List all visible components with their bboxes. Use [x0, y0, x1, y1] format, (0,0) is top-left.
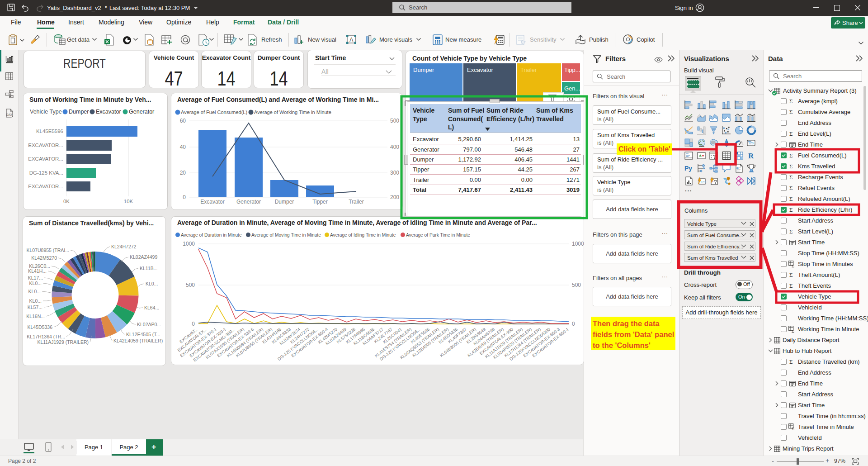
svg-text:KL45D5336: KL45D5336: [28, 324, 53, 330]
svg-text:Generator: Generator: [129, 109, 154, 115]
svg-text:0: 0: [572, 321, 575, 327]
svg-text:R: R: [748, 152, 754, 160]
svg-text:KL02AZ4499: KL02AZ4499: [130, 254, 157, 260]
svg-text:Σ: Σ: [792, 329, 794, 333]
svg-text:KL17...: KL17...: [28, 275, 43, 281]
svg-text:KL64...: KL64...: [144, 305, 159, 310]
svg-text:KL57...: KL57...: [28, 304, 42, 310]
svg-text:KL0...: KL0...: [146, 281, 158, 286]
svg-text:KL07U8955 (TRAI...: KL07U8955 (TRAI...: [26, 247, 69, 253]
svg-text:500: 500: [572, 282, 581, 288]
svg-text:1000: 1000: [572, 241, 584, 247]
svg-text:KL24H7272: KL24H7272: [111, 244, 137, 249]
svg-text:123: 123: [748, 142, 754, 145]
svg-text:Trailer: Trailer: [349, 199, 364, 205]
svg-text:Average of Moving Time in Minu: Average of Moving Time in Minute: [251, 233, 321, 238]
svg-text:KL42E4059 (TRAILER): KL42E4059 (TRAILER): [113, 338, 163, 343]
svg-text:20: 20: [180, 170, 186, 176]
svg-text:EXCAVATOR...: EXCAVATOR...: [28, 156, 63, 162]
svg-text:10K: 10K: [124, 199, 133, 204]
svg-text:KL11AJ1929 (TRAILER): KL11AJ1929 (TRAILER): [37, 339, 89, 345]
svg-text:123: 123: [700, 180, 707, 184]
svg-text:60: 60: [180, 118, 186, 124]
svg-text:KL16N...: KL16N...: [26, 314, 45, 319]
svg-text:200: 200: [390, 194, 399, 200]
svg-text:Py: Py: [684, 165, 692, 172]
svg-text:A: A: [349, 37, 353, 43]
svg-text:KL45E5596: KL45E5596: [36, 128, 63, 134]
svg-text:300: 300: [390, 170, 399, 176]
svg-text:KL11B...: KL11B...: [140, 266, 158, 271]
svg-text:KL41H...: KL41H...: [28, 268, 47, 274]
svg-text:Tipper: Tipper: [312, 199, 328, 205]
svg-text:KL0...: KL0...: [28, 289, 41, 294]
svg-text:Excavator: Excavator: [96, 109, 121, 115]
svg-text:EXCAVATOR...: EXCAVATOR...: [28, 143, 63, 148]
svg-text:Average of Fuel Consumed(L): Average of Fuel Consumed(L): [181, 109, 247, 115]
svg-text:Dumper: Dumper: [69, 109, 89, 115]
svg-text:KL02AP0...: KL02AP0...: [137, 322, 161, 327]
svg-text:DG-125 KVA...: DG-125 KVA...: [29, 170, 63, 176]
svg-text:Σ: Σ: [792, 427, 794, 431]
svg-text:Generator: Generator: [236, 199, 261, 205]
svg-text:KL17H1364 (TR...: KL17H1364 (TR...: [27, 334, 65, 339]
svg-text:Dumper: Dumper: [275, 199, 294, 205]
svg-text:Excavator: Excavator: [200, 199, 224, 205]
svg-text:DAX: DAX: [6, 113, 13, 116]
svg-text:Average of Idling Time in Minu: Average of Idling Time in Minute: [330, 233, 396, 238]
svg-text:Σ: Σ: [792, 264, 794, 268]
svg-text:Average of Park Time in Minute: Average of Park Time in Minute: [406, 233, 470, 238]
svg-text:Average of Duration in Minute: Average of Duration in Minute: [181, 233, 242, 238]
svg-text:1000: 1000: [183, 241, 195, 247]
svg-text:Vehicle Type: Vehicle Type: [30, 109, 62, 115]
svg-text:KL0...: KL0...: [29, 298, 42, 304]
svg-text:500: 500: [186, 282, 195, 288]
svg-text:0: 0: [183, 194, 186, 200]
svg-text:KL0...: KL0...: [29, 281, 42, 286]
svg-text:500: 500: [390, 118, 399, 124]
svg-text:400: 400: [390, 144, 399, 150]
svg-text:KL42M5270: KL42M5270: [31, 255, 57, 261]
svg-text:0: 0: [192, 321, 195, 327]
svg-text:KL12E4505 (T...: KL12E4505 (T...: [126, 332, 160, 337]
svg-text:40: 40: [180, 144, 186, 150]
svg-text:Average of Working Time in Min: Average of Working Time in Minute: [254, 109, 331, 115]
svg-text:0K: 0K: [63, 199, 70, 204]
svg-text:EXCAVATOR...: EXCAVATOR...: [28, 184, 63, 189]
